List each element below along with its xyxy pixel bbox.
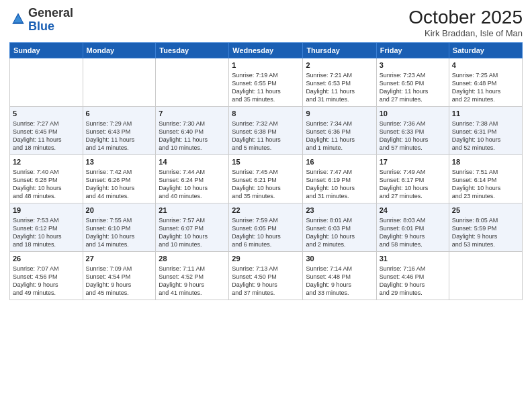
day-info: Sunrise: 7:23 AM Sunset: 6:50 PM Dayligh… [380,71,446,104]
calendar-cell: 24Sunrise: 8:03 AM Sunset: 6:01 PM Dayli… [376,203,449,252]
day-info: Sunrise: 7:59 AM Sunset: 6:05 PM Dayligh… [232,216,300,249]
calendar-cell: 28Sunrise: 7:11 AM Sunset: 4:52 PM Dayli… [156,252,229,300]
day-info: Sunrise: 7:09 AM Sunset: 4:54 PM Dayligh… [86,265,153,298]
calendar-cell: 17Sunrise: 7:49 AM Sunset: 6:17 PM Dayli… [376,155,449,203]
calendar-cell: 18Sunrise: 7:51 AM Sunset: 6:14 PM Dayli… [449,155,522,203]
day-number: 31 [380,254,446,264]
day-number: 29 [232,254,300,264]
day-info: Sunrise: 7:49 AM Sunset: 6:17 PM Dayligh… [380,168,446,201]
day-number: 21 [159,205,226,216]
day-info: Sunrise: 7:11 AM Sunset: 4:52 PM Dayligh… [159,265,226,298]
day-number: 23 [306,205,373,216]
day-info: Sunrise: 7:16 AM Sunset: 4:46 PM Dayligh… [380,265,446,298]
logo-icon [11,11,26,26]
day-info: Sunrise: 7:30 AM Sunset: 6:40 PM Dayligh… [159,120,226,152]
logo-blue-text: Blue [28,19,54,33]
day-number: 2 [306,60,373,71]
day-info: Sunrise: 7:21 AM Sunset: 6:53 PM Dayligh… [306,71,373,104]
calendar-cell: 9Sunrise: 7:34 AM Sunset: 6:36 PM Daylig… [303,107,376,155]
calendar-header-sunday: Sunday [10,43,83,58]
day-info: Sunrise: 7:07 AM Sunset: 4:56 PM Dayligh… [13,265,80,298]
page: General Blue October 2025 Kirk Braddan, … [0,0,532,411]
title-block: October 2025 Kirk Braddan, Isle of Man [408,7,523,38]
day-number: 4 [452,60,519,71]
calendar-cell: 23Sunrise: 8:01 AM Sunset: 6:03 PM Dayli… [303,203,376,252]
calendar-row-1: 5Sunrise: 7:27 AM Sunset: 6:45 PM Daylig… [10,107,523,155]
calendar-cell: 13Sunrise: 7:42 AM Sunset: 6:26 PM Dayli… [83,155,156,203]
day-number: 19 [13,205,80,216]
subtitle: Kirk Braddan, Isle of Man [408,28,523,38]
calendar-cell [10,58,83,107]
day-info: Sunrise: 8:01 AM Sunset: 6:03 PM Dayligh… [306,216,373,249]
day-info: Sunrise: 7:29 AM Sunset: 6:43 PM Dayligh… [86,120,153,152]
calendar-cell: 29Sunrise: 7:13 AM Sunset: 4:50 PM Dayli… [229,252,303,300]
day-number: 14 [159,157,226,167]
logo-general-text: General [28,6,73,19]
calendar-header-friday: Friday [376,43,449,58]
calendar-header-wednesday: Wednesday [229,43,303,58]
calendar-cell: 7Sunrise: 7:30 AM Sunset: 6:40 PM Daylig… [156,107,229,155]
day-number: 1 [232,60,300,71]
calendar-header-saturday: Saturday [449,43,522,58]
day-info: Sunrise: 7:40 AM Sunset: 6:28 PM Dayligh… [13,168,80,201]
calendar-cell: 14Sunrise: 7:44 AM Sunset: 6:24 PM Dayli… [156,155,229,203]
day-info: Sunrise: 7:36 AM Sunset: 6:33 PM Dayligh… [380,120,446,152]
day-info: Sunrise: 7:51 AM Sunset: 6:14 PM Dayligh… [452,168,519,201]
day-number: 27 [86,254,153,264]
calendar-row-3: 19Sunrise: 7:53 AM Sunset: 6:12 PM Dayli… [10,203,523,252]
calendar-cell: 11Sunrise: 7:38 AM Sunset: 6:31 PM Dayli… [449,107,522,155]
day-number: 17 [380,157,446,167]
day-number: 9 [306,109,373,119]
main-title: October 2025 [408,7,523,28]
day-info: Sunrise: 8:05 AM Sunset: 5:59 PM Dayligh… [452,216,519,249]
day-info: Sunrise: 7:42 AM Sunset: 6:26 PM Dayligh… [86,168,153,201]
day-number: 25 [452,205,519,216]
day-number: 13 [86,157,153,167]
day-info: Sunrise: 7:44 AM Sunset: 6:24 PM Dayligh… [159,168,226,201]
calendar-cell [449,252,522,300]
day-number: 24 [380,205,446,216]
day-info: Sunrise: 7:45 AM Sunset: 6:21 PM Dayligh… [232,168,300,201]
logo: General Blue [9,7,73,34]
day-info: Sunrise: 7:32 AM Sunset: 6:38 PM Dayligh… [232,120,300,152]
calendar-cell: 26Sunrise: 7:07 AM Sunset: 4:56 PM Dayli… [10,252,83,300]
calendar-cell: 22Sunrise: 7:59 AM Sunset: 6:05 PM Dayli… [229,203,303,252]
day-info: Sunrise: 7:53 AM Sunset: 6:12 PM Dayligh… [13,216,80,249]
calendar-cell: 19Sunrise: 7:53 AM Sunset: 6:12 PM Dayli… [10,203,83,252]
calendar-header-monday: Monday [83,43,156,58]
day-number: 11 [452,109,519,119]
day-info: Sunrise: 7:27 AM Sunset: 6:45 PM Dayligh… [13,120,80,152]
calendar-cell: 25Sunrise: 8:05 AM Sunset: 5:59 PM Dayli… [449,203,522,252]
day-number: 3 [380,60,446,71]
calendar-cell: 10Sunrise: 7:36 AM Sunset: 6:33 PM Dayli… [376,107,449,155]
day-number: 28 [159,254,226,264]
calendar-cell: 15Sunrise: 7:45 AM Sunset: 6:21 PM Dayli… [229,155,303,203]
day-number: 18 [452,157,519,167]
calendar-row-0: 1Sunrise: 7:19 AM Sunset: 6:55 PM Daylig… [10,58,523,107]
day-number: 26 [13,254,80,264]
day-number: 22 [232,205,300,216]
calendar-header-thursday: Thursday [303,43,376,58]
day-number: 7 [159,109,226,119]
header: General Blue October 2025 Kirk Braddan, … [9,7,523,38]
calendar-cell [156,58,229,107]
calendar-header-row: SundayMondayTuesdayWednesdayThursdayFrid… [10,43,523,58]
day-info: Sunrise: 7:25 AM Sunset: 6:48 PM Dayligh… [452,71,519,104]
day-number: 6 [86,109,153,119]
day-number: 8 [232,109,300,119]
calendar-cell: 1Sunrise: 7:19 AM Sunset: 6:55 PM Daylig… [229,58,303,107]
calendar-cell: 31Sunrise: 7:16 AM Sunset: 4:46 PM Dayli… [376,252,449,300]
day-number: 15 [232,157,300,167]
day-number: 16 [306,157,373,167]
day-number: 20 [86,205,153,216]
day-info: Sunrise: 7:34 AM Sunset: 6:36 PM Dayligh… [306,120,373,152]
calendar-cell [83,58,156,107]
calendar-row-2: 12Sunrise: 7:40 AM Sunset: 6:28 PM Dayli… [10,155,523,203]
calendar-table: SundayMondayTuesdayWednesdayThursdayFrid… [9,42,523,300]
day-number: 12 [13,157,80,167]
calendar-cell: 12Sunrise: 7:40 AM Sunset: 6:28 PM Dayli… [10,155,83,203]
calendar-cell: 16Sunrise: 7:47 AM Sunset: 6:19 PM Dayli… [303,155,376,203]
calendar-row-4: 26Sunrise: 7:07 AM Sunset: 4:56 PM Dayli… [10,252,523,300]
calendar-cell: 5Sunrise: 7:27 AM Sunset: 6:45 PM Daylig… [10,107,83,155]
calendar-cell: 21Sunrise: 7:57 AM Sunset: 6:07 PM Dayli… [156,203,229,252]
